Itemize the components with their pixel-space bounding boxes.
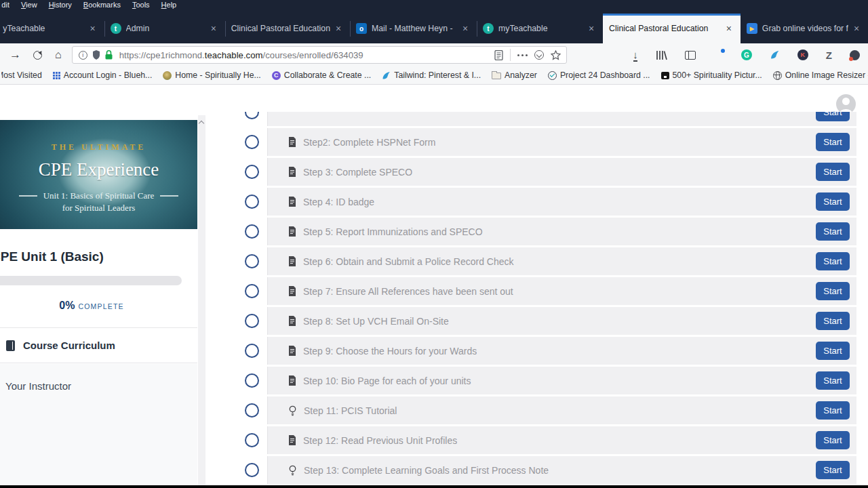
complete-circle[interactable] [245,403,259,418]
menu-history[interactable]: History [49,1,72,9]
document-icon [288,435,296,445]
grammarly-icon[interactable]: G [741,49,752,60]
tab-close-icon[interactable]: × [460,23,471,34]
start-button[interactable]: Start [816,342,850,360]
curriculum-row[interactable]: Step 3: Complete SPECO Start [236,158,856,186]
curriculum-row[interactable]: Step 4: ID badge Start [236,188,856,216]
start-button[interactable]: Start [816,112,850,121]
user-avatar[interactable] [836,94,856,114]
complete-circle[interactable] [245,373,259,388]
curriculum-row[interactable]: Step 11: PCIS Tutorial Start [236,396,856,424]
tab-grab-videos[interactable]: ▶ Grab online videos for f × [741,14,868,43]
curriculum-row[interactable]: Step 9: Choose the Hours for your Wards … [236,337,856,365]
zotero-icon[interactable]: Z [826,50,832,60]
cover-eyebrow: THE ULTIMATE [52,142,146,152]
https-lock-icon[interactable] [105,50,113,60]
bookmark-star-icon[interactable] [551,50,561,60]
complete-circle[interactable] [245,433,259,447]
sidebar-item-course-curriculum[interactable]: Course Curriculum [0,328,197,363]
decorative-dash [19,195,37,197]
menu-bookmarks[interactable]: Bookmarks [83,1,121,9]
profile-extension-icon[interactable] [713,50,724,60]
complete-circle[interactable] [245,165,259,179]
curriculum-row[interactable]: Step 13: Complete Learning Goals and Fir… [236,456,856,484]
page-info-icon[interactable]: i [79,51,87,60]
scroll-up-icon[interactable] [199,121,204,126]
url-text[interactable]: https://cpe1richmond.teachable.com/cours… [119,50,363,60]
url-bar[interactable]: i https://cpe1richmond.teachable.com/cou… [72,46,567,64]
tab-admin[interactable]: t Admin × [104,14,225,43]
curriculum-row[interactable]: Step2: Complete HSPNet Form Start [236,128,856,156]
menu-tools[interactable]: Tools [132,1,150,9]
tab-clinical-pastoral-active[interactable]: Clinical Pastoral Education × [603,14,741,43]
tab-close-icon[interactable]: × [87,23,98,34]
bookmark-analyzer[interactable]: Analyzer [492,70,537,80]
start-button[interactable]: Start [816,192,850,211]
tailwind-extension-icon[interactable] [770,50,780,60]
tab-mail[interactable]: o Mail - Matthew Heyn - × [350,14,477,43]
pocket-icon[interactable] [534,50,544,60]
menu-help[interactable]: Help [161,1,177,9]
bookmark-spirituality-pictures[interactable]: 500+ Spirituality Pictur... [661,70,762,80]
start-button[interactable]: Start [816,312,850,330]
library-icon[interactable] [656,50,667,60]
bookmark-tailwind[interactable]: Tailwind: Pinterest & I... [382,70,481,80]
start-button[interactable]: Start [816,401,850,420]
curriculum-row[interactable]: Step 7: Ensure All References have been … [236,277,856,305]
start-button[interactable]: Start [816,163,850,181]
complete-circle[interactable] [245,314,259,328]
start-button[interactable]: Start [816,371,850,390]
start-button[interactable]: Start [816,461,850,479]
tab-clinical-pastoral-1[interactable]: Clinical Pastoral Education × [225,14,350,43]
bookmark-most-visited[interactable]: Most Visited [1,70,42,80]
teachable-favicon-icon: t [483,23,494,34]
sidebar-toggle-icon[interactable] [685,51,696,60]
complete-circle[interactable] [245,284,259,298]
downloads-icon[interactable]: ↓ [633,49,638,61]
complete-circle[interactable] [245,135,259,149]
reader-mode-icon[interactable] [494,50,503,60]
tab-myteachable-1[interactable]: myTeachable × [0,14,104,43]
keywords-everywhere-icon[interactable]: K [797,49,808,60]
tab-close-icon[interactable]: × [851,23,862,34]
tab-close-icon[interactable]: × [208,23,219,34]
menu-view[interactable]: View [21,1,37,9]
curriculum-row[interactable]: Step 6: Obtain and Submit a Police Recor… [236,247,856,275]
evernote-icon[interactable] [850,50,860,60]
curriculum-row[interactable]: Step 8: Set Up VCH Email On-Site Start [236,307,856,335]
forward-button[interactable]: → [9,48,21,62]
start-button[interactable]: Start [816,133,850,151]
tab-myteachable-2[interactable]: t myTeachable × [477,14,603,43]
tracking-shield-icon[interactable] [92,50,100,60]
curriculum-row[interactable]: Step 5: Report Immunizations and SPECO S… [236,218,856,245]
complete-circle[interactable] [245,195,259,209]
start-button[interactable]: Start [816,222,850,241]
bookmark-project24[interactable]: Project 24 Dashboard ... [548,70,650,80]
complete-circle[interactable] [245,344,259,358]
complete-circle[interactable] [245,224,259,239]
menu-edit[interactable]: Edit [1,1,9,9]
bookmark-home-spiritually[interactable]: Home - Spiritually He... [163,70,260,80]
sidebar-item-your-instructor[interactable]: Your Instructor [5,380,71,392]
start-button[interactable]: Start [816,282,850,300]
complete-circle[interactable] [245,254,259,268]
sidebar-scrollbar[interactable] [198,115,205,485]
curriculum-row-partial[interactable]: Start [236,112,856,126]
tab-close-icon[interactable]: × [724,23,734,34]
home-button[interactable]: ⌂ [55,49,62,61]
complete-circle[interactable] [245,463,259,477]
curriculum-row[interactable]: Step 10: Bio Page for each of your units… [236,367,856,394]
complete-circle[interactable] [245,112,259,119]
tab-close-icon[interactable]: × [333,23,344,34]
bookmark-account-login[interactable]: Account Login - Blueh... [53,70,153,80]
reload-button[interactable] [33,51,42,60]
cover-subtitle-1: Unit 1: Basics of Spiritual Care [43,190,155,201]
tab-close-icon[interactable]: × [586,23,597,34]
bookmark-image-resizer[interactable]: Online Image Resizer -... [773,70,868,80]
page-actions-icon[interactable] [517,54,528,56]
start-button[interactable]: Start [816,252,850,270]
tab-title: myTeachable [498,24,583,33]
bookmark-collaborate[interactable]: CCollaborate & Create ... [272,70,372,80]
curriculum-row[interactable]: Step 12: Read Previous Unit Profiles Sta… [236,426,856,454]
start-button[interactable]: Start [816,431,850,449]
